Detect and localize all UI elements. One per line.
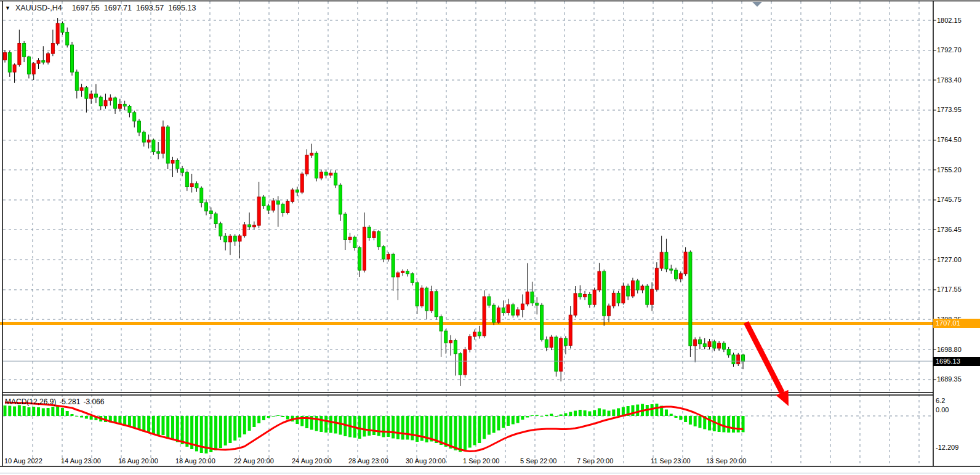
macd-histogram-bar [540, 416, 544, 417]
candle-body [564, 338, 567, 345]
macd-histogram-bar [545, 415, 548, 416]
candle-body [305, 155, 308, 174]
candle-body [286, 201, 289, 212]
candle-body [555, 337, 558, 371]
macd-histogram-bar [574, 411, 577, 417]
quote-high: 1697.71 [104, 4, 132, 12]
candle-body [157, 152, 160, 154]
macd-histogram-bar [262, 416, 265, 420]
candle-body [358, 247, 361, 270]
macd-histogram-bar [612, 410, 615, 417]
price-tick-label: 1792.70 [937, 46, 962, 54]
candle-body [464, 349, 467, 375]
macd-histogram-bar [679, 416, 682, 420]
macd-histogram-bar [161, 416, 164, 435]
macd-indicator [4, 402, 745, 453]
candle-body [195, 183, 198, 188]
macd-histogram-bar [27, 407, 30, 416]
macd-histogram-bar [233, 416, 236, 441]
price-tick-label: 1689.35 [937, 375, 962, 383]
arrow-shaft[interactable] [746, 322, 782, 393]
macd-histogram-bar [47, 408, 50, 416]
price-tick-label: 1727.00 [937, 256, 962, 263]
quote-close: 1695.13 [168, 4, 196, 12]
candle-body [694, 340, 697, 346]
chart-shift-marker-icon[interactable] [752, 2, 762, 7]
candle-body [627, 286, 630, 296]
candle-body [233, 236, 236, 241]
time-tick-label: 13 Sep 20:00 [706, 457, 746, 465]
candle-body [689, 252, 692, 346]
macd-histogram-bar [454, 416, 457, 450]
macd-histogram-bar [464, 416, 467, 450]
macd-histogram-bar [440, 416, 443, 445]
macd-histogram-bar [708, 416, 711, 431]
candle-body [420, 288, 424, 306]
candle-body [502, 308, 505, 313]
trend-arrow-object[interactable] [746, 322, 789, 406]
chart-shift-triangle-icon[interactable] [752, 2, 762, 7]
candle-body [579, 293, 582, 297]
candle-body [123, 104, 126, 106]
macd-histogram-bar [324, 416, 327, 433]
candle-body [536, 303, 539, 305]
candle-body [118, 104, 121, 108]
macd-legend: MACD(12,26,9) -5.281 -3.066 [5, 397, 107, 406]
time-tick-label: 14 Aug 23:00 [61, 457, 101, 465]
candle-body [205, 202, 208, 210]
candle-body [80, 87, 83, 90]
candle-body [27, 57, 30, 74]
candle-body [651, 289, 654, 305]
macd-histogram-bar [13, 407, 16, 417]
candle-body [531, 292, 534, 303]
candle-body [416, 282, 419, 306]
macd-histogram-bar [238, 416, 241, 437]
macd-histogram-bar [358, 416, 361, 439]
macd-histogram-bar [377, 416, 380, 436]
time-tick-label: 7 Sep 20:00 [577, 457, 613, 465]
price-tick-label: 1736.45 [937, 226, 962, 233]
candle-body [526, 292, 529, 304]
macd-histogram-bar [42, 409, 45, 417]
candle-body [574, 293, 577, 315]
macd-histogram-bar [579, 410, 582, 416]
candle-body [13, 65, 16, 72]
macd-histogram-bar [80, 416, 83, 418]
macd-histogram-bar [181, 416, 184, 444]
candle-body [262, 197, 265, 206]
macd-histogram-bar [128, 416, 131, 426]
macd-histogram-bar [512, 416, 515, 425]
macd-histogram-bar [459, 416, 462, 452]
candle-body [406, 271, 409, 274]
macd-histogram-bar [329, 416, 332, 433]
macd-histogram-bar [502, 416, 505, 428]
macd-histogram-bar [61, 408, 64, 416]
candle-body [228, 236, 231, 242]
candle-body [483, 297, 486, 336]
macd-histogram-bar [684, 416, 687, 422]
candle-body [190, 183, 193, 186]
candle-body [631, 281, 634, 296]
price-tick-label: 1802.15 [937, 17, 962, 24]
candle-body [401, 271, 404, 273]
chevron-down-icon[interactable]: ▼ [5, 5, 10, 11]
macd-histogram-bar [713, 416, 716, 431]
macd-histogram-bar [665, 410, 668, 417]
candle-body [94, 94, 97, 97]
candle-body [742, 355, 745, 361]
candle-body [267, 206, 270, 210]
candle-body [387, 254, 390, 259]
macd-histogram-bar [478, 416, 481, 443]
candle-body [200, 188, 203, 203]
candle-body [104, 100, 107, 106]
time-tick-label: 30 Aug 20:00 [406, 457, 446, 465]
panel-borders [0, 1, 980, 474]
macd-tick-label: 6.2 [936, 397, 945, 404]
time-tick-label: 10 Aug 2022 [4, 457, 42, 465]
macd-histogram-bar [334, 416, 337, 434]
candle-body [540, 305, 544, 340]
candle-body [713, 341, 716, 348]
candle-body [185, 172, 188, 186]
candle-body [276, 201, 279, 204]
candle-body [468, 337, 472, 349]
